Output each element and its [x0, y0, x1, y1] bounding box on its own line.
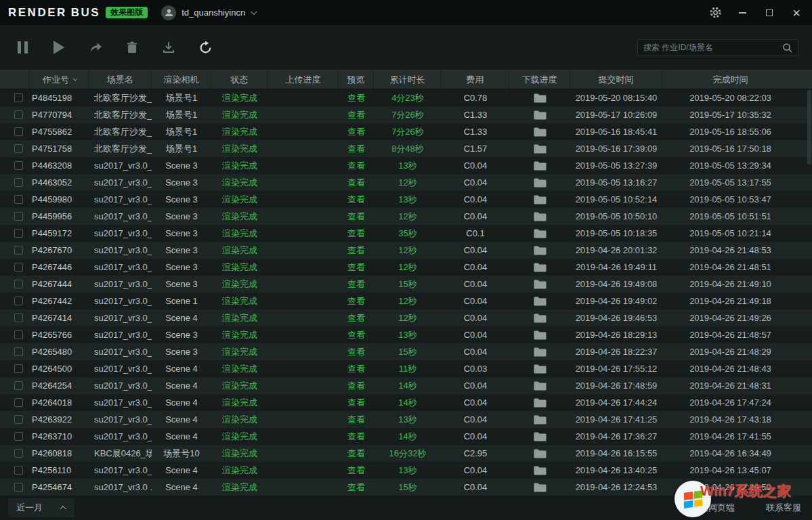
download-folder-icon[interactable]	[509, 246, 570, 255]
table-row[interactable]: P4459172 su2017_vr3.0_... Scene 3 渲染完成 查…	[0, 225, 812, 242]
download-folder-icon[interactable]	[509, 449, 570, 458]
user-menu[interactable]: td_quanshiyincn	[161, 5, 255, 20]
download-folder-icon[interactable]	[509, 364, 570, 374]
download-folder-icon[interactable]	[509, 330, 570, 340]
preview-link[interactable]: 查看	[339, 397, 374, 409]
preview-link[interactable]: 查看	[339, 481, 374, 494]
row-checkbox[interactable]	[14, 161, 23, 170]
table-row[interactable]: P4263710 su2017_vr3.0_... Scene 4 渲染完成 查…	[0, 428, 812, 445]
play-icon[interactable]	[50, 39, 68, 56]
period-filter-dropdown[interactable]: 近一月	[8, 498, 74, 517]
table-row[interactable]: P4459956 su2017_vr3.0_... Scene 3 渲染完成 查…	[0, 208, 812, 225]
header-cost[interactable]: 费用	[442, 70, 509, 89]
download-folder-icon[interactable]	[509, 347, 570, 357]
download-folder-icon[interactable]	[509, 110, 570, 120]
table-row[interactable]: P4463052 su2017_vr3.0_... Scene 3 渲染完成 查…	[0, 174, 812, 191]
table-row[interactable]: P4256110 su2017_vr3.0_... Scene 4 渲染完成 查…	[0, 462, 812, 479]
preview-link[interactable]: 查看	[339, 278, 374, 290]
header-scene-name[interactable]: 场景名	[89, 70, 152, 89]
row-checkbox[interactable]	[14, 466, 23, 475]
search-icon[interactable]	[782, 43, 792, 53]
row-checkbox[interactable]	[14, 93, 23, 102]
header-preview[interactable]: 预览	[339, 70, 374, 89]
contact-support-link[interactable]: 联系客服	[766, 502, 801, 514]
row-checkbox[interactable]	[14, 364, 23, 373]
download-folder-icon[interactable]	[509, 127, 570, 137]
row-checkbox[interactable]	[14, 449, 23, 458]
table-row[interactable]: P4267670 su2017_vr3.0_... Scene 3 渲染完成 查…	[0, 242, 812, 259]
download-folder-icon[interactable]	[509, 144, 570, 154]
download-folder-icon[interactable]	[509, 195, 570, 204]
table-row[interactable]: P4263922 su2017_vr3.0_... Scene 4 渲染完成 查…	[0, 411, 812, 428]
preview-link[interactable]: 查看	[339, 228, 374, 240]
preview-link[interactable]: 查看	[339, 92, 374, 104]
download-folder-icon[interactable]	[509, 313, 570, 323]
row-checkbox[interactable]	[14, 347, 23, 356]
header-finish-time[interactable]: 完成时间	[662, 70, 798, 89]
pause-icon[interactable]	[14, 39, 31, 56]
preview-link[interactable]: 查看	[339, 143, 374, 155]
minimize-button[interactable]	[735, 5, 750, 20]
row-checkbox[interactable]	[14, 381, 23, 390]
preview-link[interactable]: 查看	[339, 431, 374, 443]
download-folder-icon[interactable]	[509, 381, 570, 391]
header-upload-progress[interactable]: 上传进度	[268, 70, 339, 89]
download-folder-icon[interactable]	[509, 483, 570, 492]
download-folder-icon[interactable]	[509, 178, 570, 188]
table-row[interactable]: P4845198 北欧客厅沙发_... 场景号1 渲染完成 查看 4分23秒 C…	[0, 89, 812, 106]
preview-link[interactable]: 查看	[339, 414, 374, 426]
table-row[interactable]: P4254674 su2017_vr3.0 ... Scene 4 渲染完成 查…	[0, 479, 812, 496]
row-checkbox[interactable]	[14, 280, 23, 288]
row-checkbox[interactable]	[14, 263, 23, 272]
row-checkbox[interactable]	[14, 415, 23, 424]
preview-link[interactable]: 查看	[339, 329, 374, 341]
download-folder-icon[interactable]	[509, 229, 570, 238]
preview-link[interactable]: 查看	[339, 312, 374, 324]
settings-gear-icon[interactable]	[708, 5, 723, 20]
preview-link[interactable]: 查看	[339, 346, 374, 358]
search-input[interactable]	[643, 43, 782, 52]
preview-link[interactable]: 查看	[339, 448, 374, 460]
preview-link[interactable]: 查看	[339, 295, 374, 307]
preview-link[interactable]: 查看	[339, 160, 374, 172]
download-folder-icon[interactable]	[509, 263, 570, 272]
header-duration[interactable]: 累计时长	[374, 70, 442, 89]
table-row[interactable]: P4267442 su2017_vr3.0_... Scene 1 渲染完成 查…	[0, 292, 812, 309]
table-row[interactable]: P4265766 su2017_vr3.0_... Scene 3 渲染完成 查…	[0, 326, 812, 343]
close-button[interactable]: ×	[789, 5, 804, 20]
table-row[interactable]: P4770794 北欧客厅沙发_... 场景号1 渲染完成 查看 7分26秒 C…	[0, 106, 812, 123]
maximize-button[interactable]	[762, 5, 777, 20]
preview-link[interactable]: 查看	[339, 126, 374, 138]
row-checkbox[interactable]	[14, 229, 23, 238]
download-folder-icon[interactable]	[509, 93, 570, 103]
table-row[interactable]: P4260818 KBC展0426_场... 场景号10 渲染完成 查看 16分…	[0, 445, 812, 462]
row-checkbox[interactable]	[14, 212, 23, 221]
table-row[interactable]: P4267446 su2017_vr3.0_... Scene 3 渲染完成 查…	[0, 259, 812, 276]
row-checkbox[interactable]	[14, 297, 23, 305]
row-checkbox[interactable]	[14, 110, 23, 119]
preview-link[interactable]: 查看	[339, 177, 374, 189]
table-row[interactable]: P4755862 北欧客厅沙发_... 场景号1 渲染完成 查看 7分26秒 C…	[0, 123, 812, 140]
web-portal-link[interactable]: 进入网页端	[691, 502, 735, 514]
row-checkbox[interactable]	[14, 195, 23, 204]
row-checkbox[interactable]	[14, 330, 23, 339]
row-checkbox[interactable]	[14, 246, 23, 255]
delete-icon[interactable]	[123, 39, 141, 56]
preview-link[interactable]: 查看	[339, 194, 374, 206]
download-folder-icon[interactable]	[509, 432, 570, 441]
download-folder-icon[interactable]	[509, 212, 570, 221]
row-checkbox[interactable]	[14, 178, 23, 187]
vertical-scrollbar[interactable]	[807, 90, 811, 495]
row-checkbox[interactable]	[14, 432, 23, 441]
preview-link[interactable]: 查看	[339, 464, 374, 477]
scrollbar-thumb[interactable]	[807, 90, 811, 165]
table-row[interactable]: P4751758 北欧客厅沙发_... 场景号1 渲染完成 查看 8分48秒 C…	[0, 140, 812, 157]
header-render-camera[interactable]: 渲染相机	[152, 70, 211, 89]
preview-link[interactable]: 查看	[339, 109, 374, 121]
table-row[interactable]: P4264018 su2017_vr3.0_... Scene 4 渲染完成 查…	[0, 394, 812, 411]
header-download-progress[interactable]: 下载进度	[509, 70, 570, 89]
header-job-id[interactable]: 作业号	[30, 70, 89, 89]
download-folder-icon[interactable]	[509, 466, 570, 475]
table-row[interactable]: P4267444 su2017_vr3.0_... Scene 3 渲染完成 查…	[0, 276, 812, 292]
header-submit-time[interactable]: 提交时间	[570, 70, 662, 89]
